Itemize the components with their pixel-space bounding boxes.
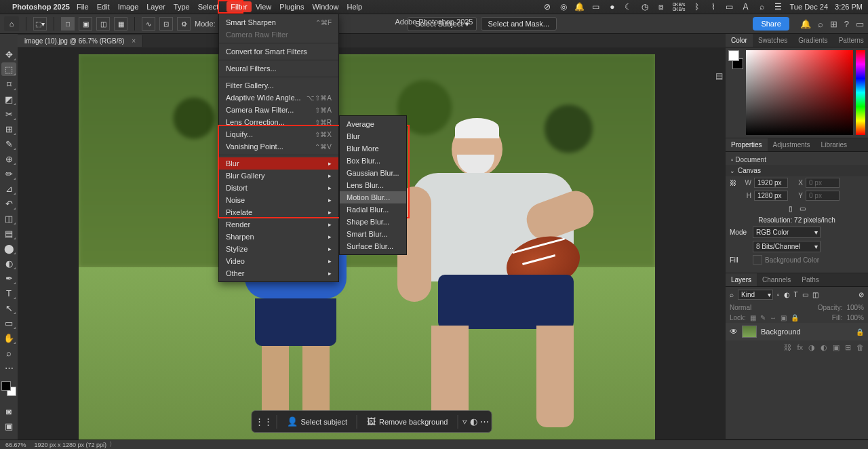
new-selection-icon[interactable]: □ (61, 17, 75, 31)
portrait-icon[interactable]: ▯ (789, 205, 793, 212)
ctx-select-subject[interactable]: 👤Select subject (281, 414, 353, 429)
kind-dropdown[interactable]: Kind (738, 290, 773, 300)
mi-stylize[interactable]: Stylize▸ (219, 243, 338, 255)
crop-tool[interactable]: ✂ (1, 107, 16, 121)
eraser-tool[interactable]: ◫ (1, 212, 16, 225)
fill-swatch[interactable] (753, 255, 762, 265)
tab-adjustments[interactable]: Adjustments (768, 138, 816, 151)
layer-thumbnail[interactable] (742, 326, 757, 338)
filter-smart-icon[interactable]: ◫ (812, 291, 818, 298)
tab-libraries[interactable]: Libraries (816, 138, 852, 151)
menu-layer[interactable]: Layer (146, 3, 165, 11)
blur-tool[interactable]: ⬤ (1, 241, 16, 255)
mask-icon[interactable]: ◑ (808, 343, 815, 352)
mi-blur-gallery[interactable]: Blur Gallery▸ (219, 170, 338, 182)
fg-bg-swatch[interactable] (728, 50, 743, 69)
mi-motion-blur[interactable]: Motion Blur... (340, 191, 406, 203)
tab-patterns[interactable]: Patterns (833, 34, 868, 47)
menu-window[interactable]: Window (312, 3, 338, 11)
transform-icon[interactable]: ▿ (462, 416, 467, 427)
mi-camera-raw-2[interactable]: Camera Raw Filter...⇧⌘A (219, 104, 338, 116)
fx-icon[interactable]: fx (797, 343, 803, 352)
hue-slider[interactable] (856, 50, 865, 135)
edit-toolbar[interactable]: ⋯ (1, 361, 16, 374)
mi-blur[interactable]: Blur▸ (219, 157, 338, 170)
help-icon[interactable]: ? (844, 19, 849, 29)
frame-tool[interactable]: ⊞ (1, 122, 16, 136)
filter-toggle[interactable]: ⊘ (859, 291, 864, 298)
mi-distort[interactable]: Distort▸ (219, 182, 338, 194)
sync-icon[interactable]: ◎ (559, 2, 568, 12)
width-field[interactable]: 1920 px (754, 178, 788, 188)
tab-channels[interactable]: Channels (757, 273, 796, 286)
drag-handle-icon[interactable]: ⋮⋮ (255, 416, 273, 427)
filter-adj-icon[interactable]: ◐ (784, 291, 790, 298)
screen-mode-icon[interactable]: ▣ (1, 419, 16, 433)
add-selection-icon[interactable]: ▣ (79, 17, 92, 31)
wifi-icon[interactable]: ⌇ (709, 2, 718, 12)
history-icon[interactable]: ▤ (712, 71, 726, 81)
move-tool[interactable]: ✥ (1, 47, 16, 61)
object-select-tool[interactable]: ◩ (1, 92, 16, 106)
healing-tool[interactable]: ⊕ (1, 152, 16, 165)
bluetooth-icon[interactable]: ᛒ (692, 2, 702, 12)
mi-pixelate[interactable]: Pixelate▸ (219, 206, 338, 218)
tab-swatches[interactable]: Swatches (753, 34, 793, 47)
mi-average[interactable]: Average (340, 118, 406, 130)
visibility-icon[interactable]: 👁 (730, 327, 738, 336)
menu-image[interactable]: Image (118, 3, 139, 11)
mi-adaptive[interactable]: Adaptive Wide Angle...⌥⇧⌘A (219, 92, 338, 104)
lasso-tool[interactable]: ⌑ (1, 77, 16, 91)
blend-mode-dropdown[interactable]: Normal (730, 304, 770, 311)
mi-smart-sharpen[interactable]: Smart Sharpen⌃⌘F (219, 16, 338, 28)
mi-neural[interactable]: Neural Filters... (219, 62, 338, 75)
doc-info[interactable]: 1920 px x 1280 px (72 ppi) (35, 442, 107, 448)
height-field[interactable]: 1280 px (754, 191, 788, 201)
shape-tool[interactable]: ▭ (1, 316, 16, 330)
dodge-tool[interactable]: ◐ (1, 256, 16, 270)
zoom-tool[interactable]: ⌕ (1, 346, 16, 359)
display-icon[interactable]: ▭ (591, 2, 601, 12)
mi-filter-gallery[interactable]: Filter Gallery... (219, 79, 338, 92)
filter-icon[interactable]: ⌕ (730, 291, 734, 298)
menubar-time[interactable]: 3:26 PM (835, 3, 863, 11)
menu-plugins[interactable]: Plugins (279, 3, 304, 11)
mi-blur-more[interactable]: Blur More (340, 142, 406, 155)
mi-lens-correction[interactable]: Lens Correction...⇧⌘R (219, 116, 338, 128)
mi-render[interactable]: Render▸ (219, 218, 338, 231)
filter-pixel-icon[interactable]: ▫ (777, 291, 780, 298)
menu-help[interactable]: Help (347, 3, 363, 11)
mi-gaussian[interactable]: Gaussian Blur... (340, 167, 406, 179)
type-tool[interactable]: T (1, 286, 16, 300)
history-brush-tool[interactable]: ↶ (1, 197, 16, 210)
gear-icon[interactable]: ⚙ (177, 17, 191, 31)
style-icon[interactable]: ⊡ (159, 17, 173, 31)
status-icon[interactable]: ⊘ (542, 2, 552, 12)
marquee-tool[interactable]: ⬚ (1, 62, 16, 76)
dot-icon[interactable]: ● (608, 2, 617, 12)
color-field[interactable] (746, 50, 853, 135)
delete-icon[interactable]: 🗑 (856, 343, 864, 352)
select-and-mask-button[interactable]: Select and Mask... (481, 17, 557, 31)
bit-depth-dropdown[interactable]: 8 Bits/Channel (753, 241, 821, 252)
mi-liquify[interactable]: Liquify...⇧⌘X (219, 128, 338, 140)
subtract-selection-icon[interactable]: ◫ (96, 17, 110, 31)
close-tab-icon[interactable]: × (132, 37, 136, 45)
hand-tool[interactable]: ✋ (1, 331, 16, 345)
filter-shape-icon[interactable]: ▭ (802, 291, 808, 298)
lock-pos-icon[interactable]: ↔ (770, 314, 776, 321)
lock-trans-icon[interactable]: ▦ (750, 314, 756, 321)
control-center-icon[interactable]: ☰ (774, 2, 783, 12)
layer-name[interactable]: Background (761, 328, 801, 336)
tab-color[interactable]: Color (726, 34, 753, 47)
group-icon[interactable]: ▣ (833, 343, 840, 352)
mi-other[interactable]: Other▸ (219, 267, 338, 279)
layer-row-background[interactable]: 👁 Background 🔒 (726, 323, 868, 340)
menu-type[interactable]: Type (174, 3, 190, 11)
lock-nest-icon[interactable]: ▣ (781, 314, 787, 321)
workspace-icon[interactable]: ⊞ (830, 19, 837, 29)
mi-blur-basic[interactable]: Blur (340, 130, 406, 142)
menu-filter[interactable]: Filter (226, 1, 251, 12)
tab-properties[interactable]: Properties (726, 138, 768, 151)
menu-view[interactable]: View (256, 3, 272, 11)
